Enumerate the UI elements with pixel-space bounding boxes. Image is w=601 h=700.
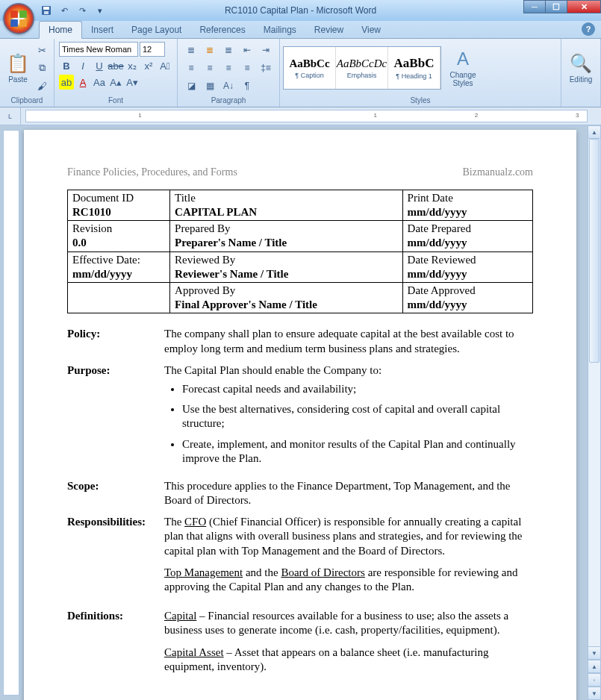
style-name: Emphasis [347,72,377,79]
copy-button[interactable]: ⧉ [34,60,49,75]
font-name-combo[interactable]: Times New Roman [59,42,138,57]
save-button[interactable] [39,3,54,18]
align-left-button[interactable]: ≡ [182,60,200,76]
numbering-button[interactable]: ≣ [201,42,219,58]
style-emphasis[interactable]: AaBbCcDc Emphasis [336,47,388,89]
paste-label: Paste [8,75,28,84]
strikethrough-button[interactable]: abe [108,58,123,73]
shading-button[interactable]: ◪ [182,78,200,94]
find-icon: 🔍 [570,53,592,74]
svg-rect-3 [19,19,27,27]
horizontal-ruler[interactable]: 1 1 2 3 [25,110,588,122]
sort-button[interactable]: A↓ [219,78,237,94]
tab-selector[interactable]: L [0,107,21,125]
svg-rect-0 [10,10,18,18]
tab-page-layout[interactable]: Page Layout [122,22,190,38]
shrink-font-button[interactable]: A▾ [125,75,140,90]
next-page-button[interactable]: ▼ [588,687,601,700]
change-styles-button[interactable]: A Change Styles [444,47,482,89]
highlight-button[interactable]: ab [59,75,74,90]
group-styles: AaBbCc ¶ Caption AaBbCcDc Emphasis AaBbC… [280,39,561,107]
group-paragraph: ≣ ≣ ≣ ⇤ ⇥ ≡ ≡ ≡ ≡ ‡≡ ◪ ▦ A↓ ¶ [178,39,280,107]
cut-button[interactable]: ✂ [34,43,49,57]
change-case-button[interactable]: Aa [92,75,107,90]
scroll-track[interactable] [588,139,601,646]
list-item: Forecast capital needs and availability; [182,382,533,396]
format-painter-button[interactable]: 🖌 [34,78,49,93]
group-title-font: Font [57,96,174,107]
redo-button[interactable]: ↷ [75,3,90,18]
workspace: Finance Policies, Procedures, and Forms … [0,125,601,700]
borders-button[interactable]: ▦ [201,78,219,94]
scroll-up-button[interactable]: ▲ [588,125,601,139]
font-size-combo[interactable]: 12 [140,42,165,57]
tab-mailings[interactable]: Mailings [255,22,305,38]
document-area[interactable]: Finance Policies, Procedures, and Forms … [19,125,588,700]
minimize-button[interactable]: ─ [523,0,546,13]
tab-home[interactable]: Home [39,21,82,39]
page: Finance Policies, Procedures, and Forms … [24,130,576,700]
styles-gallery[interactable]: AaBbCc ¶ Caption AaBbCcDc Emphasis AaBbC… [283,46,441,90]
scroll-thumb[interactable] [589,139,600,363]
align-center-button[interactable]: ≡ [201,60,219,76]
tab-review[interactable]: Review [305,22,352,38]
change-styles-label: Change Styles [446,71,480,87]
style-name: ¶ Heading 1 [396,72,432,80]
superscript-button[interactable]: x² [141,58,156,73]
vertical-ruler[interactable] [3,130,19,696]
clear-format-button[interactable]: A⃠ [158,58,172,73]
increase-indent-button[interactable]: ⇥ [257,42,275,58]
tab-view[interactable]: View [352,22,390,38]
tab-insert[interactable]: Insert [82,22,122,38]
font-color-button[interactable]: A [75,75,90,90]
qat-customize-button[interactable]: ▾ [93,3,108,18]
list-item: Use the best alternatives, considering c… [182,402,533,431]
svg-rect-2 [10,19,18,27]
find-button[interactable]: 🔍 Editing [564,40,597,96]
section-scope: Scope: This procedure applies to the Fin… [67,479,533,507]
scroll-down-button[interactable]: ▼ [588,646,601,660]
justify-button[interactable]: ≡ [238,60,256,76]
multilevel-button[interactable]: ≣ [219,42,237,58]
align-right-button[interactable]: ≡ [219,60,237,76]
style-preview: AaBbCc [289,57,329,70]
title-bar: ↶ ↷ ▾ RC1010 Capital Plan - Microsoft Wo… [0,0,601,21]
page-header: Finance Policies, Procedures, and Forms … [67,166,533,179]
style-heading1[interactable]: AaBbC ¶ Heading 1 [388,47,440,89]
bullets-button[interactable]: ≣ [182,42,200,58]
decrease-indent-button[interactable]: ⇤ [238,42,256,58]
office-logo-icon [9,9,28,28]
table-row: Revision0.0 Prepared ByPreparer's Name /… [68,221,533,251]
subscript-button[interactable]: x₂ [125,58,140,73]
tab-references[interactable]: References [190,22,254,38]
group-clipboard: 📋 Paste ✂ ⧉ 🖌 Clipboard [0,39,55,107]
style-preview: AaBbCcDc [337,57,387,70]
ruler-area: L 1 1 2 3 [0,107,601,125]
section-purpose: Purpose: The Capital Plan should enable … [67,363,533,472]
bold-button[interactable]: B [59,58,74,73]
doc-info-table: Document IDRC1010 TitleCAPITAL PLAN Prin… [67,190,533,314]
table-row: Effective Date:mm/dd/yyyy Reviewed ByRev… [68,251,533,282]
svg-rect-5 [43,7,49,10]
help-button[interactable]: ? [582,22,595,36]
prev-page-button[interactable]: ▲ [588,660,601,673]
undo-button[interactable]: ↶ [57,3,72,18]
style-caption[interactable]: AaBbCc ¶ Caption [284,47,336,89]
browse-object-button[interactable]: ◦ [588,673,601,687]
show-marks-button[interactable]: ¶ [238,78,256,94]
underline-button[interactable]: U [92,58,107,73]
table-row: Document IDRC1010 TitleCAPITAL PLAN Prin… [68,190,533,220]
maximize-button[interactable]: ☐ [545,0,567,13]
line-spacing-button[interactable]: ‡≡ [257,60,275,76]
paste-button[interactable]: 📋 Paste [3,40,33,96]
italic-button[interactable]: I [75,58,90,73]
grow-font-button[interactable]: A▴ [108,75,123,90]
close-button[interactable]: ✕ [567,0,601,13]
svg-rect-6 [44,11,49,14]
svg-rect-1 [19,10,27,18]
header-left: Finance Policies, Procedures, and Forms [67,166,237,179]
ribbon-tabs: Home Insert Page Layout References Maili… [0,21,601,39]
table-row: Approved ByFinal Approver's Name / Title… [68,283,533,313]
office-button[interactable] [3,3,34,34]
vertical-scrollbar[interactable]: ▲ ▼ ▲ ◦ ▼ [588,125,601,700]
